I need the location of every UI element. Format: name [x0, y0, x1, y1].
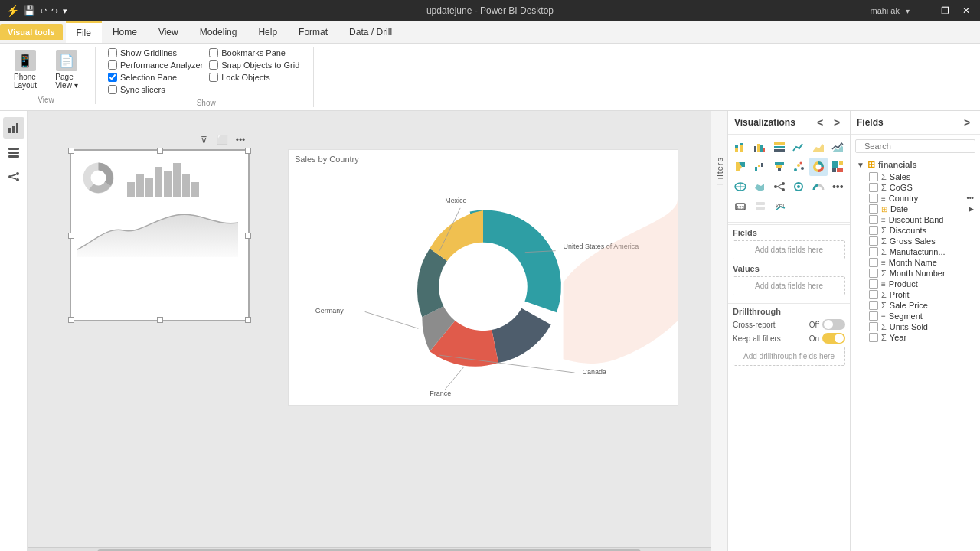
quick-access-save[interactable]: 💾 — [24, 5, 35, 16]
minimize-btn[interactable]: — — [916, 3, 931, 18]
field-sale-price[interactable]: Σ Sale Price — [854, 300, 977, 311]
field-discounts[interactable]: Σ Discounts — [854, 225, 977, 236]
viz-stacked-area[interactable] — [829, 138, 848, 156]
tab-format[interactable]: Format — [288, 22, 338, 42]
viz-filled-map[interactable] — [751, 178, 769, 196]
more-toolbar-btn[interactable]: ••• — [233, 132, 248, 148]
performance-input[interactable] — [108, 60, 117, 70]
checkbox-snap[interactable]: Snap Objects to Grid — [209, 59, 304, 71]
checkbox-sync[interactable]: Sync slicers — [108, 83, 203, 96]
resize-nw[interactable] — [68, 148, 74, 154]
tab-home[interactable]: Home — [102, 22, 148, 42]
discounts-checkbox[interactable] — [869, 226, 878, 235]
main-donut-visual[interactable]: Sales by Country — [288, 149, 678, 406]
checkbox-performance[interactable]: Performance Analyzer — [108, 59, 203, 71]
viz-ribbon[interactable] — [731, 158, 750, 176]
viz-gauge[interactable] — [809, 178, 828, 196]
segment-checkbox[interactable] — [869, 311, 878, 321]
page-view-btn[interactable]: 📄 PageView ▾ — [47, 47, 86, 93]
field-cogs[interactable]: Σ CoGS — [854, 182, 977, 193]
quick-access-undo[interactable]: ↩ — [40, 6, 47, 16]
country-more-btn[interactable]: ••• — [967, 194, 974, 202]
discount-band-checkbox[interactable] — [869, 215, 878, 224]
focus-toolbar-btn[interactable]: ⬜ — [214, 132, 230, 148]
profit-checkbox[interactable] — [869, 290, 878, 299]
month-number-checkbox[interactable] — [869, 269, 878, 278]
checkbox-lock[interactable]: Lock Objects — [209, 71, 304, 83]
viz-expand-btn[interactable]: > — [830, 116, 844, 129]
checkbox-selection[interactable]: Selection Pane — [108, 71, 203, 83]
selection-input[interactable] — [108, 73, 117, 82]
cross-report-toggle[interactable] — [822, 319, 845, 330]
viz-scatter[interactable] — [790, 158, 808, 176]
quick-access-more[interactable]: ▾ — [63, 6, 67, 16]
viz-map[interactable] — [731, 178, 750, 196]
field-segment[interactable]: ≡ Segment — [854, 311, 977, 321]
maximize-btn[interactable]: ❐ — [937, 3, 952, 18]
field-product[interactable]: ≡ Product — [854, 279, 977, 289]
field-date[interactable]: ⊞ Date ▶ — [854, 204, 977, 214]
field-discount-band[interactable]: ≡ Discount Band — [854, 214, 977, 225]
field-country[interactable]: ≡ Country ••• — [854, 193, 977, 204]
viz-waterfall[interactable] — [751, 158, 769, 176]
keep-filters-toggle[interactable] — [822, 333, 845, 344]
canvas-scroll[interactable]: ⊽ ⬜ ••• — [28, 111, 710, 547]
lock-input[interactable] — [209, 73, 218, 82]
report-view-btn[interactable] — [3, 117, 24, 139]
data-view-btn[interactable] — [3, 142, 24, 163]
field-year[interactable]: Σ Year — [854, 332, 977, 343]
date-expand[interactable]: ▶ — [969, 205, 974, 213]
viz-more-btn[interactable]: ••• — [829, 178, 848, 196]
viz-kpi[interactable]: KPI — [771, 197, 789, 216]
viz-key-influencers[interactable] — [790, 178, 808, 196]
user-chevron[interactable]: ▾ — [906, 7, 910, 15]
viz-clustered-bar[interactable] — [751, 138, 769, 156]
sale-price-checkbox[interactable] — [869, 301, 878, 310]
manufacturing-checkbox[interactable] — [869, 247, 878, 256]
viz-decomp-tree[interactable] — [770, 178, 789, 196]
viz-line[interactable] — [790, 138, 808, 156]
field-gross-sales[interactable]: Σ Gross Sales — [854, 236, 977, 246]
tab-file[interactable]: File — [66, 21, 102, 43]
phone-layout-btn[interactable]: 📱 PhoneLayout — [6, 47, 44, 93]
year-checkbox[interactable] — [869, 333, 878, 342]
viz-area[interactable] — [809, 138, 828, 156]
field-month-name[interactable]: ≡ Month Name — [854, 257, 977, 268]
model-view-btn[interactable] — [3, 166, 24, 187]
cogs-checkbox[interactable] — [869, 183, 878, 192]
viz-stacked-bar[interactable] — [731, 138, 750, 156]
viz-multirow-card[interactable] — [751, 197, 769, 216]
resize-n[interactable] — [157, 148, 163, 154]
resize-e[interactable] — [245, 233, 251, 239]
field-profit[interactable]: Σ Profit — [854, 289, 977, 300]
viz-funnel[interactable] — [770, 158, 789, 176]
viz-100-bar[interactable] — [770, 138, 789, 156]
checkbox-bookmarks[interactable]: Bookmarks Pane — [209, 47, 304, 59]
product-checkbox[interactable] — [869, 279, 878, 289]
field-units-sold[interactable]: Σ Units Sold — [854, 321, 977, 332]
fields-panel-expand-btn[interactable]: > — [960, 116, 974, 129]
resize-sw[interactable] — [68, 317, 74, 323]
viz-collapse-btn[interactable]: < — [813, 116, 827, 129]
field-manufacturing[interactable]: Σ Manufacturin... — [854, 246, 977, 257]
viz-card[interactable]: 123 — [731, 197, 750, 216]
sync-input[interactable] — [108, 85, 117, 94]
field-month-number[interactable]: Σ Month Number — [854, 268, 977, 279]
resize-ne[interactable] — [245, 148, 251, 154]
country-checkbox[interactable] — [869, 194, 878, 203]
fields-search-input[interactable] — [864, 142, 970, 151]
gross-sales-checkbox[interactable] — [869, 236, 878, 246]
close-btn[interactable]: ✕ — [959, 3, 974, 18]
fields-search-box[interactable] — [855, 139, 975, 153]
thumbnail-visual[interactable]: ⊽ ⬜ ••• — [70, 149, 250, 321]
snap-input[interactable] — [209, 60, 218, 70]
resize-s[interactable] — [157, 317, 163, 323]
drillthrough-add-box[interactable]: Add drillthrough fields here — [733, 347, 845, 366]
tab-modeling[interactable]: Modeling — [189, 22, 248, 42]
tab-help[interactable]: Help — [247, 22, 288, 42]
viz-pie[interactable] — [809, 158, 828, 176]
date-checkbox[interactable] — [869, 204, 878, 214]
quick-access-redo[interactable]: ↪ — [51, 6, 58, 16]
resize-se[interactable] — [245, 317, 251, 323]
viz-add-fields-box[interactable]: Add data fields here — [733, 240, 845, 259]
